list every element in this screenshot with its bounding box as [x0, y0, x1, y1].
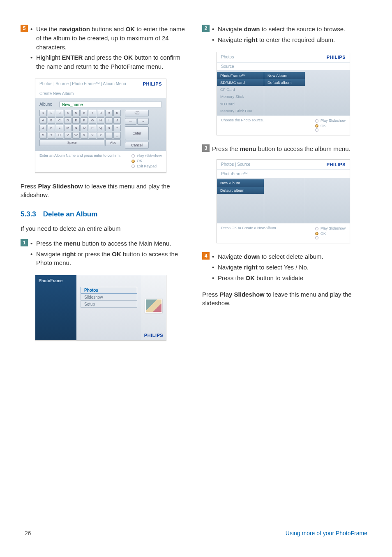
step-number-4: 4	[202, 252, 210, 260]
key[interactable]: J	[113, 117, 121, 124]
key[interactable]: 9	[105, 110, 113, 116]
brand-logo: PHILIPS	[327, 55, 346, 60]
brand-logo: PHILIPS	[327, 162, 346, 167]
key[interactable]: Q	[97, 125, 104, 131]
key[interactable]: O	[81, 125, 88, 131]
enter-button[interactable]: Enter	[125, 126, 149, 140]
circle-icon	[315, 119, 318, 123]
key[interactable]: N	[72, 125, 80, 131]
circle-icon	[315, 128, 318, 132]
hint-text: Choose the Photo source.	[221, 118, 264, 122]
left-column: 5 Use the navigation buttons and OK to e…	[21, 25, 190, 350]
key[interactable]: 5	[72, 110, 80, 116]
key[interactable]: U	[56, 132, 63, 139]
key[interactable]: P	[89, 125, 96, 131]
key[interactable]: 3	[56, 110, 63, 116]
step-1: 1 Press the menu button to access the Ma…	[21, 239, 190, 269]
section-intro: If you need to delete an entire album	[21, 224, 190, 233]
footer-options: Play Slideshow OK Exit Keypad	[131, 153, 162, 169]
step-2: 2 Navigate down to select the source to …	[202, 25, 371, 46]
key[interactable]: _	[113, 132, 121, 139]
panel-title: PhotoFrame™	[217, 170, 350, 178]
source-item[interactable]: PhotoFrame™	[217, 72, 264, 79]
key[interactable]: A	[39, 117, 47, 124]
circle-selected-icon	[315, 124, 318, 128]
step-number-5: 5	[21, 25, 28, 32]
panel-title: Create New Album	[35, 89, 166, 98]
arrow-left-button[interactable]: ←	[125, 118, 136, 125]
step1-bullet-1: Press the menu button to access the Main…	[30, 239, 190, 248]
key[interactable]: 6	[81, 110, 88, 116]
step-5: 5 Use the navigation buttons and OK to e…	[21, 25, 190, 73]
key[interactable]: R	[105, 125, 113, 131]
key[interactable]: 2	[48, 110, 55, 116]
key-space[interactable]: Space	[39, 139, 104, 146]
key[interactable]: Z	[97, 132, 104, 139]
preview-thumbnail	[145, 299, 162, 313]
onscreen-keyboard: 1234567890 ABCDEFGHIJ JKLMNOPQR+ STUVWXY…	[39, 110, 121, 149]
key[interactable]: G	[89, 117, 96, 124]
key[interactable]: J	[39, 125, 47, 131]
key[interactable]: X	[81, 132, 88, 139]
section-heading: 5.3.3 Delete an Album	[21, 210, 190, 218]
step-4: 4 Navigate down to select delete album. …	[202, 252, 371, 284]
step4-bullet-3: Press the OK button to validate	[212, 274, 371, 283]
album-item[interactable]: Default album	[264, 79, 305, 86]
key[interactable]: D	[64, 117, 71, 124]
key[interactable]: +	[113, 125, 121, 131]
key[interactable]: 1	[39, 110, 47, 116]
key[interactable]: .	[105, 132, 113, 139]
album-item[interactable]: New Album	[264, 72, 305, 79]
step-number-1: 1	[21, 239, 28, 246]
key-abc[interactable]: Abc	[105, 139, 121, 146]
album-name-field[interactable]: New_name	[59, 102, 162, 107]
slideshow-note: Press Play Slideshow to leave this menu …	[202, 290, 371, 308]
backspace-button[interactable]: ⌫	[125, 110, 149, 116]
step4-bullet-2: Navigate right to select Yes / No.	[212, 263, 371, 272]
source-item[interactable]: SD/MMC card	[217, 79, 264, 86]
page-footer: 26 Using more of your PhotoFrame	[0, 530, 392, 536]
menu-item-slideshow[interactable]: Slideshow	[81, 294, 137, 301]
key[interactable]: M	[64, 125, 71, 131]
key[interactable]: C	[56, 117, 63, 124]
album-item[interactable]: Default album	[217, 187, 264, 194]
key[interactable]: H	[97, 117, 104, 124]
key[interactable]: E	[72, 117, 80, 124]
arrow-right-button[interactable]: →	[137, 118, 149, 125]
right-column: 2 Navigate down to select the source to …	[202, 25, 371, 350]
key[interactable]: 4	[64, 110, 71, 116]
key[interactable]: W	[72, 132, 80, 139]
key[interactable]: 7	[89, 110, 96, 116]
album-item[interactable]: New Album	[217, 179, 264, 186]
breadcrumb: Photos | Source	[221, 162, 250, 167]
source-item[interactable]: Memory Stick Duo	[217, 107, 264, 114]
key[interactable]: K	[48, 125, 55, 131]
cancel-button[interactable]: Cancel	[125, 142, 149, 149]
hint-text: Enter an Album Name and press enter to c…	[39, 153, 121, 158]
brand-logo: PHILIPS	[143, 81, 162, 86]
key[interactable]: F	[81, 117, 88, 124]
key[interactable]: T	[48, 132, 55, 139]
source-item[interactable]: xD Card	[217, 100, 264, 107]
step2-bullet-1: Navigate down to select the source to br…	[212, 25, 371, 34]
panel-title: Source	[217, 63, 350, 71]
circle-icon	[131, 154, 135, 158]
step2-bullet-2: Navigate right to enter the required alb…	[212, 35, 371, 44]
menu-item-setup[interactable]: Setup	[81, 301, 137, 308]
source-item[interactable]: CF Card	[217, 86, 264, 93]
brand-logo: PHILIPS	[144, 333, 163, 338]
key[interactable]: L	[56, 125, 63, 131]
key[interactable]: 8	[97, 110, 104, 116]
menu-item-photos[interactable]: Photos	[81, 287, 137, 294]
key[interactable]: Y	[89, 132, 96, 139]
source-item[interactable]: Memory Stick	[217, 93, 264, 100]
key[interactable]: I	[105, 117, 113, 124]
circle-icon	[131, 165, 135, 168]
breadcrumb: Photos | Source | Photo Frame™ | Album M…	[39, 81, 126, 86]
key[interactable]: 0	[113, 110, 121, 116]
key[interactable]: B	[48, 117, 55, 124]
screenshot-source: Photos PHILIPS Source PhotoFrame™ SD/MMC…	[217, 52, 350, 136]
key[interactable]: V	[64, 132, 71, 139]
key[interactable]: S	[39, 132, 47, 139]
circle-icon	[315, 227, 318, 230]
